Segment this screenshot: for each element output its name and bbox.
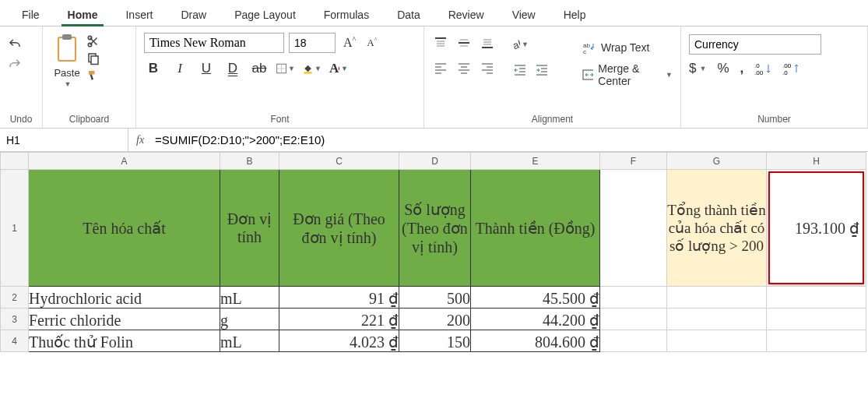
cell[interactable] (767, 330, 866, 352)
cell[interactable] (600, 287, 667, 309)
percent-button[interactable]: % (717, 61, 729, 76)
cell[interactable]: 4.023 ₫ (279, 330, 399, 352)
select-all-corner[interactable] (1, 153, 29, 170)
svg-text:ab: ab (511, 37, 520, 51)
double-underline-button[interactable]: D (223, 59, 242, 78)
align-left-button[interactable] (432, 59, 449, 76)
cell[interactable] (767, 309, 866, 330)
col-header[interactable]: B (220, 153, 279, 170)
increase-decimal-button[interactable]: .0.00 (754, 62, 771, 76)
cell[interactable]: Đơn giá (Theo đơn vị tính) (279, 170, 399, 287)
cell[interactable]: 221 ₫ (279, 309, 399, 330)
tab-review[interactable]: Review (434, 4, 498, 26)
paste-button[interactable]: Paste ▼ (51, 31, 83, 90)
cell[interactable]: g (220, 309, 279, 330)
row-header[interactable]: 2 (1, 287, 29, 309)
orientation-button[interactable]: ab▼ (511, 36, 529, 53)
cell[interactable]: 44.200 ₫ (471, 309, 600, 330)
col-header[interactable]: H (767, 153, 866, 170)
cell[interactable] (600, 309, 667, 330)
row-header[interactable]: 4 (1, 330, 29, 352)
cell[interactable]: Tổng thành tiền của hóa chất có số lượng… (667, 170, 767, 287)
copy-button[interactable] (86, 51, 100, 65)
col-header[interactable]: A (29, 153, 220, 170)
cell[interactable]: Hydrochloric acid (29, 287, 220, 309)
col-header[interactable]: G (667, 153, 767, 170)
cell[interactable]: Ferric chloride (29, 309, 220, 330)
col-header[interactable]: F (600, 153, 667, 170)
decrease-indent-button[interactable] (511, 61, 529, 78)
tab-page-layout[interactable]: Page Layout (220, 4, 310, 26)
col-header[interactable]: D (399, 153, 471, 170)
cell[interactable]: 150 (399, 330, 471, 352)
font-color-button[interactable]: A▼ (329, 59, 348, 78)
tab-help[interactable]: Help (550, 4, 600, 26)
cell[interactable]: Tên hóa chất (29, 170, 220, 287)
merge-center-button[interactable]: Merge & Center ▼ (582, 62, 673, 87)
tab-file[interactable]: File (8, 4, 54, 26)
formula-input[interactable] (152, 129, 868, 151)
cell[interactable]: Đơn vị tính (220, 170, 279, 287)
cell[interactable]: Thành tiền (Đồng) (471, 170, 600, 287)
cell[interactable]: 91 ₫ (279, 287, 399, 309)
decrease-decimal-button[interactable]: .00.0 (782, 62, 799, 76)
align-bottom-button[interactable] (479, 34, 496, 51)
comma-style-button[interactable]: , (740, 61, 744, 76)
cell[interactable]: mL (220, 287, 279, 309)
cell[interactable] (767, 287, 866, 309)
group-label-undo: Undo (8, 112, 34, 126)
cell[interactable]: mL (220, 330, 279, 352)
strikethrough-button[interactable]: ab (250, 59, 269, 78)
tab-insert[interactable]: Insert (111, 4, 167, 26)
tab-home[interactable]: Home (54, 4, 112, 26)
increase-font-button[interactable]: A^ (340, 34, 359, 51)
col-header[interactable]: E (471, 153, 600, 170)
cell[interactable]: 500 (399, 287, 471, 309)
align-top-button[interactable] (432, 34, 449, 51)
number-format-select[interactable] (689, 34, 821, 55)
bold-button[interactable]: B (144, 59, 163, 78)
row-header[interactable]: 3 (1, 309, 29, 330)
tab-formulas[interactable]: Formulas (310, 4, 383, 26)
cell[interactable]: Số lượng (Theo đơn vị tính) (399, 170, 471, 287)
fx-icon[interactable]: fx (128, 134, 152, 146)
cell[interactable]: 45.500 ₫ (471, 287, 600, 309)
chevron-down-icon: ▼ (65, 80, 72, 88)
col-header[interactable]: C (279, 153, 399, 170)
svg-rect-9 (304, 72, 311, 73)
name-box[interactable] (0, 129, 128, 151)
svg-text:.0: .0 (754, 62, 760, 69)
row-header[interactable]: 1 (1, 170, 29, 287)
fill-color-button[interactable]: ▼ (303, 59, 322, 78)
spreadsheet-grid[interactable]: A B C D E F G H 1 Tên hóa chất Đơn vị tí… (0, 152, 866, 352)
accounting-format-button[interactable]: $▼ (689, 61, 706, 76)
cell[interactable] (600, 330, 667, 352)
tab-draw[interactable]: Draw (167, 4, 220, 26)
redo-button[interactable] (8, 58, 22, 72)
cell[interactable] (667, 330, 767, 352)
ribbon-tabs: File Home Insert Draw Page Layout Formul… (0, 0, 868, 26)
tab-view[interactable]: View (498, 4, 550, 26)
cell[interactable] (667, 287, 767, 309)
cell[interactable] (600, 170, 667, 287)
wrap-text-button[interactable]: abc Wrap Text (582, 41, 673, 55)
italic-button[interactable]: I (170, 59, 189, 78)
align-right-button[interactable] (479, 59, 496, 76)
format-painter-button[interactable] (86, 69, 100, 83)
align-center-button[interactable] (455, 59, 473, 76)
active-cell[interactable]: 193.100 ₫ (767, 170, 866, 287)
cell[interactable] (667, 309, 767, 330)
undo-button[interactable] (8, 37, 22, 51)
font-size-input[interactable] (289, 33, 336, 53)
cell[interactable]: 804.600 ₫ (471, 330, 600, 352)
tab-data[interactable]: Data (383, 4, 434, 26)
decrease-font-button[interactable]: A^ (364, 35, 380, 51)
align-middle-button[interactable] (455, 34, 473, 51)
underline-button[interactable]: U (197, 59, 216, 78)
cell[interactable]: Thuốc thử Folin (29, 330, 220, 352)
cell[interactable]: 200 (399, 309, 471, 330)
cut-button[interactable] (86, 34, 100, 48)
borders-button[interactable]: ▼ (276, 59, 295, 78)
increase-indent-button[interactable] (533, 61, 550, 78)
font-name-input[interactable] (144, 33, 284, 53)
